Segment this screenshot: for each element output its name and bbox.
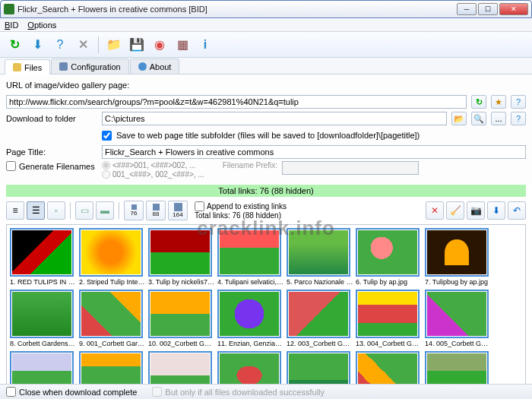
info-button[interactable]: i — [195, 35, 215, 55]
thumbnail-item[interactable]: 14. 005_Corbett Gard... — [425, 290, 492, 349]
size-76-button[interactable]: 76 — [124, 201, 144, 220]
size-88-button[interactable]: 88 — [146, 201, 166, 220]
delete-button[interactable]: ✕ — [426, 201, 444, 220]
thumbnail-item[interactable]: 2. Striped Tulip Interio... — [79, 228, 146, 287]
revert-button[interactable]: ↶ — [508, 201, 526, 220]
tab-configuration[interactable]: Configuration — [51, 59, 128, 74]
pagetitle-input[interactable] — [102, 145, 526, 159]
cancel-button[interactable]: ✕ — [73, 35, 93, 55]
gen-filenames-checkbox[interactable] — [6, 161, 16, 171]
download-label: Download to folder — [6, 114, 97, 123]
help-button[interactable]: ? — [50, 35, 70, 55]
thumbnail-caption: 11. Enzian, Genzianell... — [217, 340, 284, 349]
thumbnail-item[interactable]: 7. Tulipbug by ap.jpg — [425, 228, 492, 287]
view-list-button[interactable]: ≡ — [6, 201, 24, 220]
target-button[interactable]: ◉ — [150, 35, 169, 55]
save-subfolder-label: Save to web page title subfolder (files … — [116, 131, 420, 140]
url-input[interactable] — [6, 95, 467, 109]
only-if-checkbox[interactable] — [152, 387, 162, 397]
pattern-radio-2[interactable] — [102, 170, 110, 179]
thumbnail-caption: 14. 005_Corbett Gard... — [425, 340, 492, 349]
folder-button[interactable]: 📁 — [104, 35, 124, 55]
close-button[interactable]: ✕ — [499, 3, 528, 15]
tab-about[interactable]: About — [130, 59, 180, 74]
refresh-button[interactable]: ↻ — [5, 35, 24, 55]
clear-button[interactable]: 🧹 — [446, 201, 464, 220]
pagetitle-label: Page Title: — [6, 147, 97, 157]
close-when-checkbox[interactable] — [6, 387, 16, 397]
url-help-button[interactable]: ? — [511, 95, 526, 109]
thumbnail-image — [427, 292, 486, 336]
fav-button[interactable]: ★ — [491, 95, 506, 109]
append-checkbox[interactable] — [195, 201, 204, 211]
thumbnail-caption: 1. RED TULIPS IN RED... — [10, 278, 77, 287]
thumbnail-image — [150, 292, 210, 336]
window-title: Flickr_Search + Flowers in creative comm… — [17, 5, 457, 14]
thumbnail-image — [358, 292, 417, 336]
thumbnail-item[interactable]: 5. Parco Nazionale dei... — [287, 228, 353, 287]
go-button[interactable]: ↻ — [471, 95, 486, 109]
thumbnail-caption: 9. 001_Corbett Gard... — [79, 340, 146, 349]
folder-help-button[interactable]: ? — [511, 112, 526, 125]
thumbnail-caption: 3. Tulip by nickelis74.jpg — [148, 278, 215, 287]
thumbnail-caption: 6. Tulip by ap.jpg — [356, 278, 423, 287]
pattern-radio-1[interactable] — [102, 161, 110, 169]
view-details-button[interactable]: ☰ — [27, 201, 45, 220]
form-area: URL of image/video gallery page: ↻ ★ ? D… — [0, 74, 532, 183]
thumbnail-image — [289, 230, 348, 274]
thumbnail-caption: 13. 004_Corbett Gard... — [356, 340, 423, 349]
thumbnail-caption: 4. Tulipani selvatici, Wi... — [217, 278, 284, 287]
thumbnail-item[interactable]: 4. Tulipani selvatici, Wi... — [217, 228, 284, 287]
maximize-button[interactable]: ☐ — [478, 3, 498, 15]
thumbnail-item[interactable]: 13. 004_Corbett Gard... — [356, 290, 423, 349]
thumbnail-image — [220, 230, 279, 274]
view-thumbs-button[interactable]: ▫ — [47, 201, 65, 220]
save-subfolder-checkbox[interactable] — [102, 131, 112, 141]
thumbnail-item[interactable]: 1. RED TULIPS IN RED... — [10, 228, 77, 287]
menu-bid[interactable]: BID — [5, 21, 18, 30]
tab-files[interactable]: Files — [5, 59, 50, 74]
thumbnail-caption: 10. 002_Corbett Gard... — [148, 340, 215, 349]
grid-button[interactable]: ▦ — [173, 35, 192, 55]
thumbnail-item[interactable]: 11. Enzian, Genzianell... — [217, 290, 284, 349]
thumbnail-grid[interactable]: 1. RED TULIPS IN RED...2. Striped Tulip … — [6, 224, 526, 399]
thumbnail-item[interactable]: 10. 002_Corbett Gard... — [148, 290, 215, 349]
thumbnail-item[interactable]: 12. 003_Corbett Gard... — [287, 290, 353, 349]
info-icon — [138, 62, 147, 71]
thumbnail-item[interactable]: 8. Corbett Gardens Bo... — [10, 290, 77, 349]
flag1-button[interactable]: ▭ — [75, 201, 93, 220]
thumbnail-image — [220, 292, 279, 336]
thumbnail-item[interactable]: 9. 001_Corbett Gard... — [79, 290, 146, 349]
gen-filenames-label: Generate Filenames — [19, 162, 95, 171]
menu-options[interactable]: Options — [27, 21, 56, 30]
thumbnail-caption: 5. Parco Nazionale dei... — [287, 278, 353, 287]
folder-icon — [13, 63, 21, 71]
download-folder-input[interactable] — [102, 112, 447, 125]
flag2-button[interactable]: ▬ — [96, 201, 114, 220]
download-button[interactable]: ⬇ — [27, 35, 47, 55]
minimize-button[interactable]: ─ — [457, 3, 477, 15]
thumbnail-image — [81, 292, 141, 336]
thumbnail-image — [358, 230, 417, 274]
thumbnail-caption: 8. Corbett Gardens Bo... — [10, 340, 77, 349]
download-all-button[interactable]: ⬇ — [487, 201, 505, 220]
main-toolbar: ↻ ⬇ ? ✕ 📁 💾 ◉ ▦ i — [0, 32, 532, 58]
thumbnail-caption: 12. 003_Corbett Gard... — [287, 340, 353, 349]
thumbnail-image — [12, 292, 71, 336]
thumbnail-item[interactable]: 6. Tulip by ap.jpg — [356, 228, 423, 287]
camera-button[interactable]: 📷 — [467, 201, 485, 220]
thumbnail-item[interactable]: 3. Tulip by nickelis74.jpg — [148, 228, 215, 287]
thumbnail-caption: 7. Tulipbug by ap.jpg — [425, 278, 492, 287]
size-164-button[interactable]: 164 — [168, 201, 188, 220]
prefix-input[interactable] — [282, 161, 419, 175]
thumbnail-image — [427, 230, 486, 274]
save-button[interactable]: 💾 — [127, 35, 147, 55]
url-label: URL of image/video gallery page: — [6, 81, 129, 90]
gear-icon — [59, 62, 68, 71]
footer: Close when download complete But only if… — [0, 384, 532, 399]
prefix-label: Filename Prefix: — [223, 161, 277, 169]
open-folder-button[interactable]: 📂 — [451, 112, 467, 125]
status-strip: Total links: 76 (88 hidden) — [6, 185, 526, 197]
browse-button[interactable]: ... — [491, 112, 506, 125]
explore-button[interactable]: 🔍 — [471, 112, 486, 125]
